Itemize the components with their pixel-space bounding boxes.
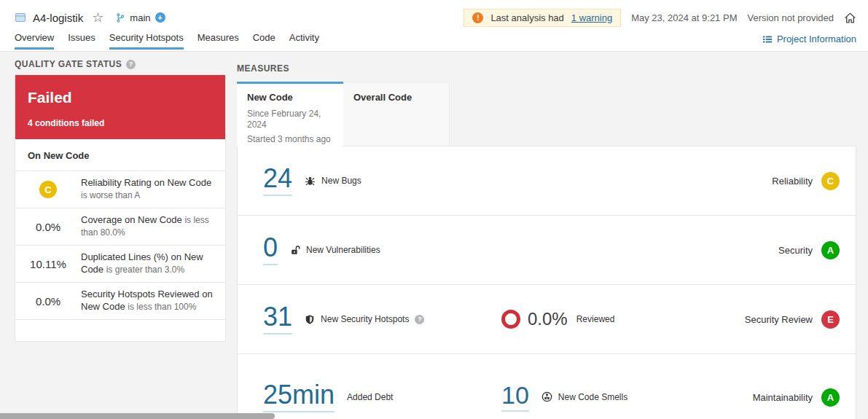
reviewed-value: 0.0% [528, 309, 568, 329]
quality-gate-section-title: QUALITY GATE STATUS ? [15, 59, 136, 69]
new-code-smells-count[interactable]: 10 [501, 383, 529, 412]
new-vulnerabilities-label: New Vulnerabilities [306, 245, 380, 255]
condition-value: 0.0% [15, 295, 81, 308]
favorite-star-icon[interactable]: ☆ [92, 9, 103, 26]
branch-name: main [130, 12, 150, 23]
measure-row-reliability: 24 New Bugs Reliability C [238, 146, 856, 216]
code-smell-icon [541, 391, 552, 402]
quality-gate-scope-label: On New Code [15, 139, 225, 171]
added-debt-value[interactable]: 25min [263, 382, 335, 412]
measures-panel: 24 New Bugs Reliability C 0 New Vulnerab… [237, 146, 856, 419]
open-lock-icon [290, 245, 300, 256]
tab-security-hotspots[interactable]: Security Hotspots [109, 32, 184, 50]
condition-row: 0.0% Coverage on New Code is less than 8… [15, 208, 225, 246]
condition-value: C [15, 181, 81, 198]
page-header: A4-logistik ☆ main + ! Last analysis had… [0, 0, 868, 52]
new-security-hotspots-label: New Security Hotspots [321, 314, 409, 324]
new-security-hotspots-count[interactable]: 31 [263, 304, 292, 334]
metric-label-group: Added Debt [347, 392, 393, 402]
warning-icon: ! [472, 12, 483, 23]
shield-icon [305, 314, 315, 325]
analysis-date: May 23, 2024 at 9:21 PM [631, 12, 737, 23]
horizontal-scrollbar-thumb[interactable] [0, 413, 275, 419]
measures-tabs: New Code Since February 24, 2024 Started… [237, 82, 450, 146]
tab-code[interactable]: Code [253, 32, 275, 50]
metric-label-group: New Security Hotspots ? [305, 314, 424, 325]
domain-rating-group: Security Review E [745, 310, 840, 329]
list-icon [762, 34, 773, 44]
condition-text: Reliability Rating on New Code is worse … [81, 177, 219, 202]
security-review-rating-badge[interactable]: E [821, 310, 840, 329]
code-smells-group: 10 New Code Smells [501, 383, 627, 412]
condition-metric: Reliability Rating on New Code [81, 177, 211, 188]
hotspots-help-icon[interactable]: ? [415, 315, 424, 324]
metric-label-group: New Code Smells [541, 391, 627, 402]
tab-new-code[interactable]: New Code Since February 24, 2024 Started… [237, 82, 343, 146]
measures-title-text: MEASURES [237, 63, 289, 74]
quality-gate-status: Failed [28, 89, 213, 106]
project-nav-tabs: Overview Issues Security Hotspots Measur… [15, 32, 319, 50]
tab-issues[interactable]: Issues [68, 32, 95, 50]
new-bugs-label: New Bugs [321, 176, 361, 186]
measure-row-security: 0 New Vulnerabilities Security A [238, 216, 856, 285]
branch-info-icon[interactable]: + [155, 12, 165, 23]
metric-label-group: New Bugs [305, 176, 361, 187]
condition-text: Duplicated Lines (%) on New Code is grea… [81, 251, 219, 276]
new-code-started: Started 3 months ago [247, 134, 333, 144]
tab-activity[interactable]: Activity [289, 32, 319, 50]
condition-threshold: is greater than 3.0% [106, 265, 184, 275]
measure-row-security-review: 31 New Security Hotspots ? 0.0% Reviewed… [238, 285, 856, 354]
quality-gate-title-text: QUALITY GATE STATUS [15, 59, 122, 69]
rating-badge-c: C [39, 181, 57, 198]
new-code-smells-label: New Code Smells [558, 392, 627, 402]
security-review-domain-label: Security Review [745, 314, 813, 325]
added-debt-label: Added Debt [347, 392, 393, 402]
measures-section-title: MEASURES [237, 63, 289, 74]
warning-count-link[interactable]: 1 warning [571, 12, 612, 23]
domain-rating-group: Security A [778, 241, 840, 259]
project-information-button[interactable]: Project Information [762, 34, 856, 44]
condition-threshold: is worse than A [81, 190, 140, 200]
condition-row: 0.0% Security Hotspots Reviewed on New C… [15, 283, 225, 320]
reliability-rating-badge[interactable]: C [821, 172, 840, 190]
tab-overview[interactable]: Overview [15, 32, 54, 50]
reliability-domain-label: Reliability [772, 176, 813, 187]
home-icon[interactable] [844, 12, 856, 24]
maintainability-domain-label: Maintainability [753, 392, 813, 403]
header-meta: ! Last analysis had 1 warning May 23, 20… [464, 9, 856, 27]
branch-selector[interactable]: main + [115, 12, 165, 23]
tab-overall-code[interactable]: Overall Code [343, 82, 450, 146]
new-code-tab-label: New Code [247, 92, 333, 103]
condition-threshold: is less than 100% [128, 302, 196, 312]
condition-metric: Coverage on New Code [81, 214, 182, 225]
header-top-row: A4-logistik ☆ main + ! Last analysis had… [15, 8, 856, 27]
warning-text: Last analysis had [490, 12, 563, 23]
analysis-warning-banner: ! Last analysis had 1 warning [464, 9, 621, 27]
maintainability-rating-badge[interactable]: A [821, 388, 840, 407]
reviewed-group: 0.0% Reviewed [501, 309, 614, 329]
quality-gate-summary: 4 conditions failed [28, 118, 213, 128]
bug-icon [305, 176, 316, 187]
version-text: Version not provided [747, 12, 834, 23]
condition-value: 10.11% [15, 258, 81, 270]
quality-gate-panel-footer [15, 320, 225, 341]
security-rating-badge[interactable]: A [821, 241, 840, 259]
project-name: A4-logistik [33, 12, 83, 24]
new-bugs-count[interactable]: 24 [263, 165, 292, 196]
reviewed-label: Reviewed [576, 314, 615, 324]
domain-rating-group: Reliability C [772, 172, 840, 190]
quality-gate-status-banner: Failed 4 conditions failed [15, 75, 225, 139]
project-information-label: Project Information [777, 34, 856, 44]
tab-measures[interactable]: Measures [198, 32, 239, 50]
condition-row: 10.11% Duplicated Lines (%) on New Code … [15, 246, 225, 283]
project-icon [15, 12, 26, 23]
condition-row: C Reliability Rating on New Code is wors… [15, 171, 225, 208]
domain-rating-group: Maintainability A [753, 388, 840, 407]
quality-gate-panel: Failed 4 conditions failed On New Code C… [15, 74, 226, 342]
condition-text: Coverage on New Code is less than 80.0% [81, 214, 219, 239]
new-vulnerabilities-count[interactable]: 0 [263, 235, 278, 265]
project-group: A4-logistik ☆ [15, 9, 103, 26]
condition-text: Security Hotspots Reviewed on New Code i… [81, 289, 219, 313]
metric-label-group: New Vulnerabilities [290, 245, 380, 256]
quality-gate-help-icon[interactable]: ? [126, 60, 136, 69]
